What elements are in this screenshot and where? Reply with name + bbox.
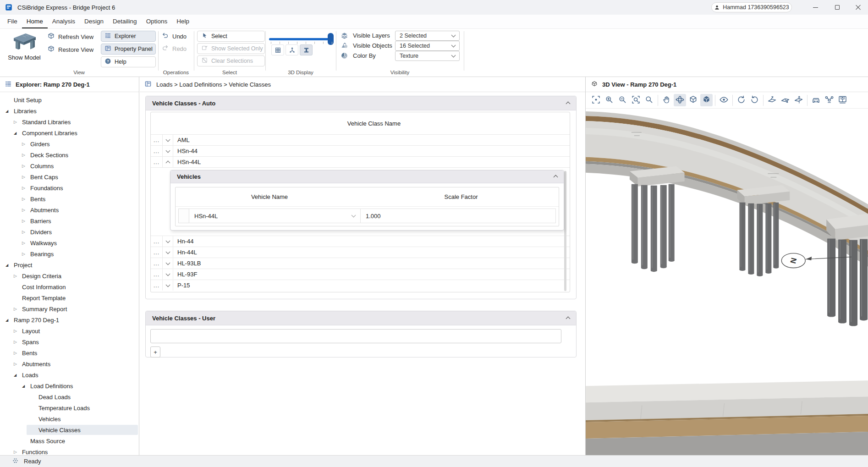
menu-home[interactable]: Home	[22, 15, 48, 28]
row-menu-button[interactable]: ...	[151, 146, 163, 156]
tree-expand-icon[interactable]: ▷	[22, 248, 25, 259]
minimize-button[interactable]	[808, 0, 823, 15]
tree-expand-icon[interactable]: ▷	[22, 171, 25, 182]
zoom-in-button[interactable]	[603, 94, 615, 106]
visible-layers-dropdown[interactable]: 2 Selected	[395, 31, 460, 41]
row-expand-button[interactable]	[163, 146, 173, 156]
row-menu-button[interactable]: ...	[151, 247, 163, 258]
row-expand-button[interactable]	[163, 258, 173, 269]
pan-button[interactable]	[660, 94, 673, 106]
menu-help[interactable]: Help	[172, 15, 194, 28]
tree-item-load-definitions[interactable]: ◢Load Definitions	[0, 380, 139, 391]
vehicle-classes-user-header[interactable]: Vehicle Classes - User	[146, 311, 576, 325]
tree-item-component-libraries[interactable]: ◢Component Libraries	[0, 127, 139, 138]
tree-expand-icon[interactable]: ▷	[14, 116, 17, 127]
tree-item-cost-information[interactable]: Cost Information	[0, 281, 139, 292]
tree-item-walkways[interactable]: ▷Walkways	[0, 237, 139, 248]
vehicle-row-selector[interactable]	[178, 209, 189, 223]
tree-item-ramp-270-deg-1[interactable]: ◢Ramp 270 Deg-1	[0, 314, 139, 325]
tree-item-vehicles[interactable]: Vehicles	[0, 413, 139, 424]
tree-item-vehicle-classes[interactable]: Vehicle Classes	[0, 424, 139, 435]
tree-item-abutments[interactable]: ▷Abutments	[0, 358, 139, 369]
section-view-button[interactable]	[836, 94, 849, 106]
collapse-icon[interactable]	[566, 100, 570, 107]
magnifier-button[interactable]	[643, 94, 655, 106]
tree-collapse-icon[interactable]: ◢	[14, 369, 16, 380]
tree-expand-icon[interactable]: ▷	[14, 446, 17, 455]
tree-item-spans[interactable]: ▷Spans	[0, 336, 139, 347]
fly-over-button[interactable]	[823, 94, 835, 106]
tree-item-libraries[interactable]: ◢Libraries	[0, 105, 139, 116]
display-size-slider-handle[interactable]	[328, 33, 334, 45]
tree-item-dividers[interactable]: ▷Dividers	[0, 226, 139, 237]
tree-item-foundations[interactable]: ▷Foundations	[0, 182, 139, 193]
tree-expand-icon[interactable]: ▷	[14, 303, 17, 314]
tree-item-deck-sections[interactable]: ▷Deck Sections	[0, 149, 139, 160]
row-menu-button[interactable]: ...	[151, 269, 163, 280]
refresh-view-button[interactable]: Refresh View	[47, 32, 93, 41]
redo-button[interactable]: Redo	[161, 44, 187, 53]
tree-item-bents[interactable]: ▷Bents	[0, 193, 139, 204]
tree-item-report-template[interactable]: Report Template	[0, 292, 139, 303]
clip-plane-1-button[interactable]	[766, 94, 778, 106]
breadcrumb[interactable]: Loads > Load Definitions > Vehicle Class…	[156, 81, 271, 88]
tree-expand-icon[interactable]: ▷	[14, 325, 17, 336]
tree-expand-icon[interactable]: ▷	[22, 215, 25, 226]
row-expand-button[interactable]	[163, 280, 173, 291]
3d-viewport[interactable]: N	[586, 109, 868, 455]
row-menu-button[interactable]: ...	[151, 236, 163, 247]
tree-item-mass-source[interactable]: Mass Source	[0, 435, 139, 446]
tree-expand-icon[interactable]: ▷	[14, 347, 17, 358]
tree-expand-icon[interactable]: ▷	[14, 270, 17, 281]
zoom-extents-button[interactable]	[590, 94, 602, 106]
menu-options[interactable]: Options	[142, 15, 172, 28]
tree-item-project[interactable]: ◢Project	[0, 259, 139, 270]
tree-expand-icon[interactable]: ▷	[14, 336, 17, 347]
row-expand-button[interactable]	[163, 269, 173, 280]
maximize-button[interactable]	[830, 0, 845, 15]
tree-collapse-icon[interactable]: ◢	[5, 259, 8, 270]
user-account-button[interactable]: Hammad 1736390596523	[711, 2, 792, 12]
undo-button[interactable]: Undo	[161, 32, 187, 41]
show-selected-only-button[interactable]: Show Selected Only	[197, 43, 265, 54]
row-menu-button[interactable]: ...	[151, 157, 163, 167]
zoom-out-button[interactable]	[616, 94, 629, 106]
tree-expand-icon[interactable]: ▷	[22, 160, 25, 171]
clear-selections-button[interactable]: Clear Selections	[197, 55, 265, 66]
tree-collapse-icon[interactable]: ◢	[5, 105, 8, 116]
tree-collapse-icon[interactable]: ◢	[5, 314, 8, 325]
explorer-button[interactable]: Explorer	[101, 31, 156, 42]
tree-collapse-icon[interactable]: ◢	[22, 380, 25, 391]
row-menu-button[interactable]: ...	[151, 135, 163, 145]
zoom-window-button[interactable]	[630, 94, 642, 106]
collapse-icon[interactable]	[566, 315, 570, 322]
scale-factor-field[interactable]: 1.000	[361, 209, 556, 223]
property-panel-button[interactable]: Property Panel	[101, 44, 156, 55]
tree-expand-icon[interactable]: ▷	[22, 226, 25, 237]
tree-item-dead-loads[interactable]: Dead Loads	[0, 391, 139, 402]
tree-item-summary-report[interactable]: ▷Summary Report	[0, 303, 139, 314]
tree-expand-icon[interactable]: ▷	[22, 138, 25, 149]
tree-item-unit-setup[interactable]: Unit Setup	[0, 94, 139, 105]
row-menu-button[interactable]: ...	[151, 280, 163, 291]
tree-item-functions[interactable]: ▷Functions	[0, 446, 139, 455]
tree-expand-icon[interactable]: ▷	[22, 182, 25, 193]
vehicles-header[interactable]: Vehicles	[170, 170, 564, 183]
tree-expand-icon[interactable]: ▷	[22, 149, 25, 160]
clip-plane-3-button[interactable]	[792, 94, 805, 106]
cube-wireframe-button[interactable]	[687, 94, 699, 106]
row-menu-button[interactable]: ...	[151, 258, 163, 269]
row-collapse-button[interactable]	[163, 157, 173, 167]
show-model-button[interactable]: Show Model	[4, 30, 45, 68]
display-size-slider-track[interactable]	[269, 38, 334, 40]
tree-expand-icon[interactable]: ▷	[22, 204, 25, 215]
tree-item-bearings[interactable]: ▷Bearings	[0, 248, 139, 259]
rotate-ccw-button[interactable]	[748, 94, 761, 106]
tree-expand-icon[interactable]: ▷	[22, 193, 25, 204]
clip-plane-2-button[interactable]	[779, 94, 791, 106]
add-vehicle-class-button[interactable]: +	[150, 346, 160, 357]
menu-analysis[interactable]: Analysis	[48, 15, 80, 28]
restore-view-button[interactable]: Restore View	[47, 45, 93, 54]
menu-design[interactable]: Design	[80, 15, 108, 28]
collapse-icon[interactable]	[554, 173, 557, 180]
